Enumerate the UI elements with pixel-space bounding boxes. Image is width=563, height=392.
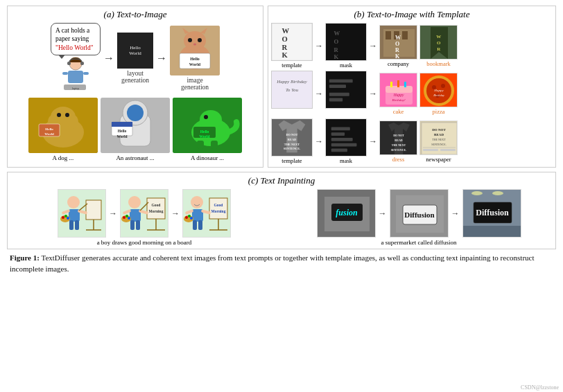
figure-caption: Figure 1: TextDiffuser generates accurat… bbox=[7, 253, 556, 275]
inpainting-left: → Good Morning bbox=[10, 189, 278, 246]
svg-rect-105 bbox=[331, 148, 347, 152]
grid-row-tshirt: DO NOT READ THE NEXT SENTENCE. template … bbox=[271, 118, 553, 164]
birthday-template-img: Happy Birthday To You bbox=[271, 71, 313, 109]
svg-point-150 bbox=[128, 217, 130, 220]
fusion-img: fusion bbox=[317, 189, 376, 238]
inpainting-right: fusion → Diffusio bbox=[285, 189, 553, 246]
svg-text:O: O bbox=[334, 38, 339, 45]
svg-text:O: O bbox=[395, 41, 400, 47]
svg-rect-59 bbox=[386, 31, 391, 39]
svg-rect-163 bbox=[198, 220, 202, 230]
boy-step2-img: Good Morning bbox=[120, 189, 168, 238]
svg-point-166 bbox=[188, 215, 191, 217]
boy-inpainting-row: → Good Morning bbox=[58, 189, 231, 238]
svg-point-23 bbox=[69, 115, 78, 129]
svg-rect-61 bbox=[402, 31, 408, 39]
layout-image: HelloWorld bbox=[117, 33, 153, 69]
work-mask-wrap: W O R K mask bbox=[325, 23, 367, 69]
svg-text:DO NOT: DO NOT bbox=[286, 133, 297, 136]
diffusion-store-img: Diffusion Diffusion bbox=[462, 189, 521, 238]
svg-rect-47 bbox=[272, 24, 312, 60]
svg-rect-76 bbox=[329, 84, 346, 88]
svg-text:Hello: Hello bbox=[190, 57, 200, 61]
work-mask-img: W O R K bbox=[325, 23, 367, 61]
arrow-c4: → bbox=[451, 208, 460, 219]
svg-rect-42 bbox=[211, 141, 218, 149]
prompt-area: A cat holds a paper saying "Hello World" bbox=[51, 23, 101, 93]
arrow-c3: → bbox=[379, 208, 387, 219]
svg-point-43 bbox=[204, 115, 208, 119]
diffusion-store-wrap: Diffusion Diffusion bbox=[462, 189, 521, 238]
arrow-b6: → bbox=[369, 136, 377, 147]
arrow-b1: → bbox=[315, 41, 323, 51]
svg-text:Hello: Hello bbox=[45, 127, 53, 131]
boy-step1-img bbox=[58, 189, 106, 238]
tshirt-template-label: template bbox=[282, 157, 302, 164]
dinosaur-label: A dinosaur ... bbox=[173, 154, 242, 161]
svg-text:Birthday!: Birthday! bbox=[392, 98, 405, 102]
svg-text:W: W bbox=[395, 35, 401, 41]
svg-rect-2 bbox=[80, 62, 84, 65]
svg-rect-153 bbox=[209, 198, 227, 219]
work-bookmark-label: bookmark bbox=[426, 60, 450, 67]
svg-text:SENTENCE.: SENTENCE. bbox=[391, 148, 407, 152]
boy-step3-wrap: Good Morning bbox=[182, 189, 231, 238]
svg-rect-84 bbox=[404, 82, 406, 87]
svg-point-15 bbox=[193, 44, 196, 46]
svg-point-141 bbox=[128, 196, 141, 208]
tshirt-dress-img: DO NOT READ THE NEXT SENTENCE. bbox=[379, 121, 417, 155]
section-a-title: (a) Text-to-Image bbox=[10, 9, 260, 20]
dog-label: A dog ... bbox=[28, 154, 98, 161]
astronaut-label: An astronaut ... bbox=[101, 154, 170, 161]
svg-rect-121 bbox=[86, 200, 101, 220]
section-b-title: (b) Text-to-Image with Template bbox=[271, 9, 553, 20]
diffusion-sign-wrap: Diffusion bbox=[390, 189, 449, 238]
work-bookmark-wrap: W O R bookmark bbox=[419, 25, 458, 67]
work-company-wrap: W O R K company bbox=[379, 25, 417, 67]
svg-rect-102 bbox=[331, 132, 345, 136]
grid-row-birthday: Happy Birthday To You template → bbox=[271, 71, 553, 116]
boy-step3-img: Good Morning bbox=[182, 189, 231, 238]
svg-point-180 bbox=[492, 191, 503, 195]
svg-point-179 bbox=[471, 191, 483, 195]
work-mask-label: mask bbox=[340, 62, 352, 69]
image-gen-label: imagegeneration bbox=[181, 77, 209, 91]
svg-text:K: K bbox=[395, 53, 400, 60]
svg-rect-128 bbox=[69, 220, 73, 230]
cat-image: Hello World bbox=[170, 26, 220, 75]
tshirt-mask-img bbox=[325, 118, 367, 157]
svg-text:Good: Good bbox=[214, 203, 223, 207]
svg-point-131 bbox=[62, 216, 64, 219]
layout-wrap: HelloWorld layoutgeneration bbox=[117, 33, 153, 84]
figure-number: Figure 1: bbox=[10, 253, 40, 262]
svg-point-132 bbox=[64, 215, 67, 217]
svg-rect-3 bbox=[68, 71, 83, 83]
svg-text:W: W bbox=[282, 27, 291, 35]
section-c-inner: → Good Morning bbox=[10, 189, 553, 246]
svg-point-158 bbox=[191, 196, 203, 208]
birthday-cake-label: cake bbox=[393, 108, 404, 115]
svg-text:Happy Birthday: Happy Birthday bbox=[276, 79, 306, 84]
svg-text:Diffusion: Diffusion bbox=[485, 212, 499, 214]
svg-text:World: World bbox=[200, 134, 210, 139]
tshirt-newspaper-label: newspaper bbox=[426, 156, 451, 163]
example-astronaut: Hello World An astronaut ... bbox=[101, 98, 170, 161]
svg-point-25 bbox=[65, 113, 69, 117]
svg-point-10 bbox=[184, 31, 206, 51]
tshirt-mask-wrap: mask bbox=[325, 118, 367, 164]
svg-text:K: K bbox=[334, 53, 339, 60]
svg-text:R: R bbox=[437, 46, 441, 52]
svg-text:Morning: Morning bbox=[149, 209, 164, 213]
speech-bubble: A cat holds a paper saying "Hello World" bbox=[51, 23, 101, 55]
cat-wrap: Hello World imagegeneration bbox=[170, 26, 220, 91]
examples-row: Hello World A dog ... bbox=[10, 98, 260, 161]
grid-row-work: W O R K template → W O bbox=[271, 23, 553, 69]
svg-text:Diffusion: Diffusion bbox=[404, 211, 434, 219]
birthday-cake-wrap: Happy Birthday! cake bbox=[379, 73, 417, 115]
arrow-2: → bbox=[156, 52, 167, 64]
arrow-b3: → bbox=[315, 89, 323, 99]
svg-text:SENTENCE.: SENTENCE. bbox=[284, 147, 301, 150]
birthday-results: Happy Birthday! cake bbox=[379, 73, 458, 115]
svg-text:World: World bbox=[117, 134, 128, 139]
tshirt-dress-label: dress bbox=[392, 156, 404, 163]
